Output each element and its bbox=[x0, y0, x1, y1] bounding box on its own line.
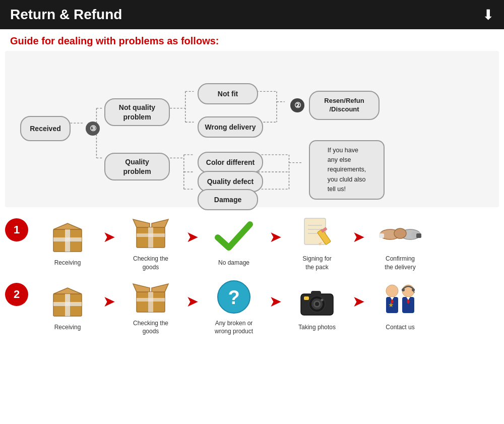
process-steps-1: Receiving ➤ Checking thegoods bbox=[32, 212, 499, 272]
process-row-2: 2 Receiving ➤ bbox=[5, 277, 499, 336]
row-number-2: 2 bbox=[5, 283, 28, 306]
arrow-icon-2-2: ➤ bbox=[186, 292, 199, 310]
svg-rect-45 bbox=[379, 233, 384, 238]
box-quality-problem: Qualityproblem bbox=[104, 153, 170, 180]
svg-marker-25 bbox=[53, 223, 82, 229]
flowchart-section: Received Not qualityproblem Qualityprobl… bbox=[5, 51, 499, 207]
step-2-contact-us: Contact us bbox=[365, 281, 435, 332]
svg-marker-52 bbox=[133, 284, 150, 292]
icon-handshake bbox=[377, 212, 423, 253]
svg-point-74 bbox=[402, 288, 405, 291]
arrow-icon-3: ➤ bbox=[269, 228, 282, 246]
svg-point-62 bbox=[315, 302, 319, 306]
svg-rect-32 bbox=[137, 233, 165, 237]
step-label-4: Signing forthe pack bbox=[302, 255, 331, 272]
step-label-2-5: Contact us bbox=[386, 323, 414, 332]
step-label-2-2: Checking thegoods bbox=[133, 319, 168, 336]
step-2-checking: Checking thegoods bbox=[115, 277, 186, 336]
svg-rect-46 bbox=[416, 233, 421, 238]
step-1-receiving: Receiving bbox=[32, 216, 103, 267]
step-label-2-1: Receiving bbox=[54, 323, 81, 332]
step-label-2: Checking thegoods bbox=[133, 255, 168, 272]
svg-rect-64 bbox=[304, 296, 309, 300]
box-damage: Damage bbox=[198, 189, 258, 210]
arrow-icon-2-3: ➤ bbox=[269, 292, 282, 310]
process-section: 1 Receiving ➤ bbox=[0, 207, 504, 336]
step-label-5: Confirmingthe delivery bbox=[385, 255, 415, 272]
svg-point-66 bbox=[386, 285, 398, 297]
icon-question-circle: ? bbox=[211, 277, 257, 317]
arrow-icon-2-1: ➤ bbox=[103, 292, 115, 310]
box-color-different: Color different bbox=[198, 152, 263, 173]
step-1-checking: Checking thegoods bbox=[115, 212, 186, 272]
arrow-icon-2: ➤ bbox=[186, 228, 199, 246]
step-label-2-3: Any broken orwrong product bbox=[215, 319, 253, 336]
box-not-fit: Not fit bbox=[198, 83, 258, 104]
svg-point-65 bbox=[321, 298, 324, 301]
icon-pencil-paper bbox=[294, 212, 340, 253]
process-row-1: 1 Receiving ➤ bbox=[5, 212, 499, 272]
svg-marker-29 bbox=[133, 219, 150, 227]
icon-checkmark bbox=[211, 216, 257, 257]
icon-camera bbox=[294, 281, 340, 321]
step-1-signing: Signing forthe pack bbox=[282, 212, 352, 272]
svg-marker-30 bbox=[152, 219, 168, 227]
svg-text:?: ? bbox=[228, 287, 239, 308]
svg-rect-54 bbox=[148, 292, 153, 312]
step-2-taking-photos: Taking photos bbox=[282, 281, 352, 332]
svg-rect-55 bbox=[137, 298, 165, 301]
flow-container: Received Not qualityproblem Qualityprobl… bbox=[10, 58, 494, 202]
step-label-3: No damage bbox=[218, 259, 249, 267]
step-1-no-damage: No damage bbox=[199, 216, 269, 267]
icon-box-open-2 bbox=[128, 277, 173, 317]
step-label-1: Receiving bbox=[54, 259, 81, 267]
icon-box-open-1 bbox=[128, 212, 173, 253]
svg-rect-31 bbox=[148, 227, 153, 248]
box-received: Received bbox=[20, 116, 71, 141]
svg-point-42 bbox=[394, 228, 406, 238]
box-else-requirements: If you haveany elserequirements,you clul… bbox=[309, 140, 385, 200]
icon-box-closed-1 bbox=[45, 216, 90, 257]
step-1-confirming: Confirmingthe delivery bbox=[365, 212, 435, 272]
svg-rect-50 bbox=[65, 294, 70, 316]
box-resen: Resen/Refun/Discount bbox=[309, 91, 380, 120]
row-number-1: 1 bbox=[5, 218, 28, 241]
header-arrow-icon: ⬇ bbox=[482, 7, 494, 23]
box-wrong-delivery: Wrong delivery bbox=[198, 116, 263, 138]
svg-rect-27 bbox=[65, 229, 70, 252]
guide-subtitle: Guide for dealing with problems as follo… bbox=[0, 29, 504, 51]
header-title: Return & Refund bbox=[10, 7, 122, 23]
arrow-icon-1: ➤ bbox=[103, 228, 115, 246]
svg-marker-53 bbox=[152, 284, 168, 292]
icon-box-closed-2 bbox=[45, 281, 90, 321]
icon-person-contact bbox=[377, 281, 423, 321]
arrow-icon-4: ➤ bbox=[352, 228, 365, 246]
svg-marker-48 bbox=[53, 288, 82, 294]
badge-circle-3: ③ bbox=[86, 122, 100, 136]
step-2-question: ? Any broken orwrong product bbox=[199, 277, 269, 336]
step-label-2-4: Taking photos bbox=[298, 323, 336, 332]
svg-rect-63 bbox=[311, 291, 321, 296]
badge-circle-2: ② bbox=[290, 98, 304, 112]
arrow-icon-2-4: ➤ bbox=[352, 292, 365, 310]
header: Return & Refund ⬇ bbox=[0, 0, 504, 29]
box-not-quality: Not qualityproblem bbox=[104, 98, 170, 126]
process-steps-2: Receiving ➤ Checking thegoods ➤ bbox=[32, 277, 499, 336]
step-2-receiving: Receiving bbox=[32, 281, 103, 332]
